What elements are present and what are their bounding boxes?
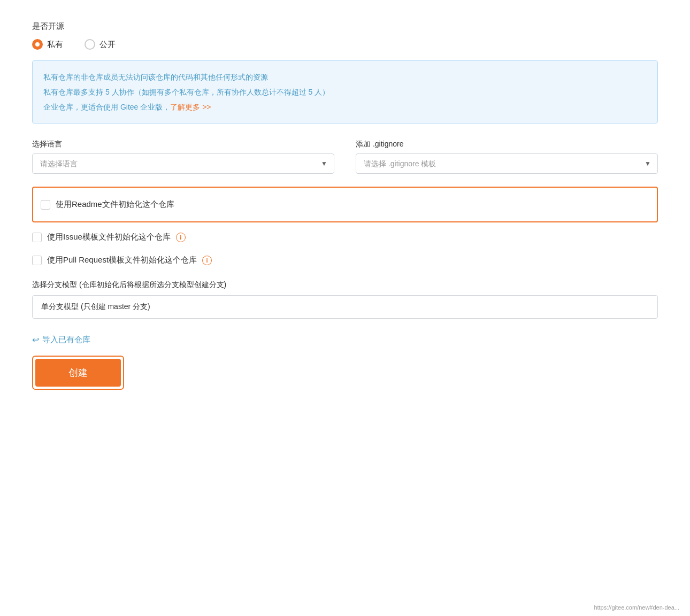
issue-info-icon[interactable]: i xyxy=(176,233,186,242)
language-group: 选择语言 请选择语言 ▼ xyxy=(32,140,334,174)
language-label: 选择语言 xyxy=(32,140,334,149)
branch-model-select[interactable]: 单分支模型 (只创建 master 分支) xyxy=(32,295,658,319)
checkbox-section: 使用Readme文件初始化这个仓库 使用Issue模板文件初始化这个仓库 i 使… xyxy=(32,187,658,272)
import-icon: ↩ xyxy=(32,335,39,345)
create-button[interactable]: 创建 xyxy=(35,359,121,387)
checkbox-issue[interactable]: 使用Issue模板文件初始化这个仓库 i xyxy=(32,226,658,249)
gitignore-group: 添加 .gitignore 请选择 .gitignore 模板 ▼ xyxy=(356,140,658,174)
gitignore-select-wrapper[interactable]: 请选择 .gitignore 模板 ▼ xyxy=(356,153,658,174)
gitignore-select[interactable]: 请选择 .gitignore 模板 xyxy=(356,154,657,173)
checkbox-box-readme[interactable] xyxy=(41,200,50,210)
radio-label-public: 公开 xyxy=(99,40,116,50)
open-source-label: 是否开源 xyxy=(32,21,658,32)
language-select-wrapper[interactable]: 请选择语言 ▼ xyxy=(32,153,334,174)
open-source-section: 是否开源 私有 公开 xyxy=(32,21,658,50)
info-line-3: 企业仓库，更适合使用 Gitee 企业版，了解更多 >> xyxy=(43,99,647,114)
form-row-selects: 选择语言 请选择语言 ▼ 添加 .gitignore 请选择 .gitignor… xyxy=(32,140,658,174)
language-select[interactable]: 请选择语言 xyxy=(33,154,334,173)
info-box: 私有仓库的非仓库成员无法访问该仓库的代码和其他任何形式的资源 私有仓库最多支持 … xyxy=(32,60,658,124)
branch-section: 选择分支模型 (仓库初始化后将根据所选分支模型创建分支) 单分支模型 (只创建 … xyxy=(32,280,658,319)
radio-circle-private xyxy=(32,39,43,50)
info-line-3-prefix: 企业仓库，更适合使用 Gitee 企业版， xyxy=(43,103,170,111)
checkbox-box-pullrequest[interactable] xyxy=(32,256,42,265)
branch-model-label: 选择分支模型 (仓库初始化后将根据所选分支模型创建分支) xyxy=(32,280,658,290)
import-link[interactable]: ↩ 导入已有仓库 xyxy=(32,335,658,345)
info-line-2: 私有仓库最多支持 5 人协作（如拥有多个私有仓库，所有协作人数总计不得超过 5 … xyxy=(43,84,647,99)
radio-circle-public xyxy=(85,39,95,50)
radio-public[interactable]: 公开 xyxy=(85,39,116,50)
info-line-1: 私有仓库的非仓库成员无法访问该仓库的代码和其他任何形式的资源 xyxy=(43,70,647,84)
readme-highlight-wrapper: 使用Readme文件初始化这个仓库 xyxy=(32,187,658,222)
radio-group: 私有 公开 xyxy=(32,39,658,50)
info-link[interactable]: 了解更多 >> xyxy=(170,103,211,111)
radio-label-private: 私有 xyxy=(47,40,63,50)
gitignore-label: 添加 .gitignore xyxy=(356,140,658,149)
checkbox-label-pullrequest: 使用Pull Request模板文件初始化这个仓库 xyxy=(47,255,197,265)
pullrequest-info-icon[interactable]: i xyxy=(202,256,212,265)
checkbox-label-issue: 使用Issue模板文件初始化这个仓库 xyxy=(47,232,171,242)
import-label: 导入已有仓库 xyxy=(42,335,90,345)
checkbox-label-readme: 使用Readme文件初始化这个仓库 xyxy=(56,199,174,210)
checkbox-box-issue[interactable] xyxy=(32,233,42,242)
create-button-wrapper: 创建 xyxy=(32,356,124,390)
checkbox-readme[interactable]: 使用Readme文件初始化这个仓库 xyxy=(41,193,649,216)
checkbox-pullrequest[interactable]: 使用Pull Request模板文件初始化这个仓库 i xyxy=(32,249,658,272)
radio-private[interactable]: 私有 xyxy=(32,39,63,50)
